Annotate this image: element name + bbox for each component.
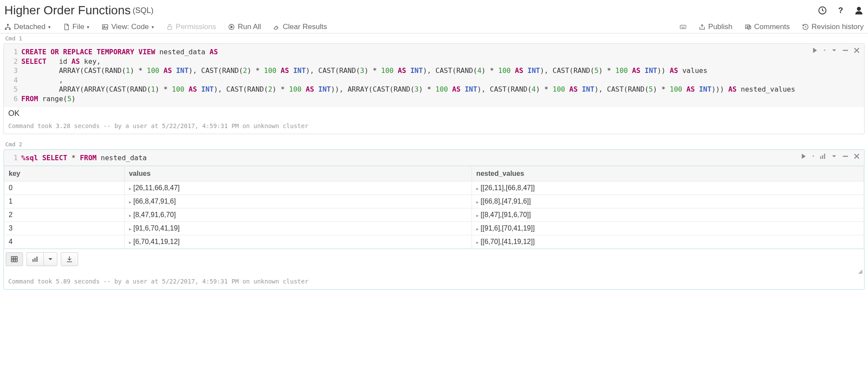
cell-action-bar [811,46,861,54]
table-view-button[interactable] [6,252,23,266]
result-table-container: keyvaluesnested_values 0[26,11,66,8,47][… [3,165,865,249]
clear-results-label: Clear Results [283,23,327,31]
caret-down-icon: ▾ [48,24,51,30]
code-editor[interactable]: 1 %sql SELECT * FROM nested_data [4,150,864,166]
chart-view-button[interactable] [26,252,43,266]
help-icon[interactable]: ? [836,6,845,15]
table-row: 0[26,11,66,8,47][[26,11],[66,8,47]] [4,181,864,195]
cluster-status-label: Detached [14,23,46,31]
file-icon [63,23,70,30]
table-cell[interactable]: [[66,8],[47,91,6]] [472,195,864,208]
permissions-label: Permissions [176,23,216,31]
table-cell: 1 [4,195,125,208]
svg-rect-16 [35,258,36,262]
notebook-cell[interactable]: 123456 CREATE OR REPLACE TEMPORARY VIEW … [3,43,865,134]
code-content[interactable]: %sql SELECT * FROM nested_data [21,153,864,163]
table-row: 4[6,70,41,19,12][[6,70],[41,19,12]] [4,235,864,249]
svg-rect-14 [11,257,17,262]
code-editor[interactable]: 123456 CREATE OR REPLACE TEMPORARY VIEW … [4,44,864,107]
comments-label: Comments [754,23,790,31]
line-gutter: 123456 [4,47,21,104]
revision-history-label: Revision history [812,23,864,31]
table-cell[interactable]: [6,70,41,19,12] [124,235,472,249]
chart-type-dropdown[interactable] [43,252,57,266]
revision-history-button[interactable]: Revision history [802,23,864,31]
svg-point-2 [857,7,861,11]
notebook-header: Higher Order Functions (SQL) ? [0,0,868,21]
column-header[interactable]: values [124,166,472,181]
run-all-button[interactable]: Run All [228,23,261,31]
run-all-label: Run All [238,23,261,31]
svg-rect-11 [820,156,821,159]
view-menu-label: View: Code [111,23,149,31]
notebook-toolbar: Detached ▾ File ▾ View: Code ▾ Permissio… [0,21,868,33]
user-icon[interactable] [854,6,864,15]
view-menu-dropdown[interactable]: View: Code ▾ [102,23,154,31]
run-cell-dropdown[interactable] [811,152,815,160]
table-cell[interactable]: [[26,11],[66,8,47]] [472,181,864,195]
close-cell-button[interactable] [853,46,861,54]
svg-rect-15 [33,259,33,262]
table-cell[interactable]: [91,6,70,41,19] [124,222,472,235]
comments-button[interactable]: Comments [745,23,790,31]
minimize-cell-button[interactable] [842,152,849,160]
cluster-status-dropdown[interactable]: Detached ▾ [4,23,51,31]
publish-label: Publish [708,23,733,31]
column-header[interactable]: nested_values [472,166,864,181]
cell-status: Command took 3.28 seconds -- by a user a… [4,120,864,134]
file-menu-dropdown[interactable]: File ▾ [63,23,89,31]
svg-rect-12 [822,155,823,159]
table-cell[interactable]: [[6,70],[41,19,12]] [472,235,864,249]
svg-rect-5 [9,28,11,30]
svg-point-7 [104,26,105,27]
table-cell[interactable]: [[91,6],[70,41,19]] [472,222,864,235]
run-cell-button[interactable] [800,152,808,160]
comment-icon [745,23,752,30]
command-index: Cmd 1 [0,33,868,43]
table-cell[interactable]: [[8,47],[91,6,70]] [472,208,864,222]
clear-results-button[interactable]: Clear Results [273,23,327,31]
table-cell: 0 [4,181,125,195]
svg-rect-13 [824,154,825,159]
svg-rect-3 [7,24,9,25]
notebook-language-subtitle: (SQL) [132,6,153,15]
history-icon [802,23,809,30]
expand-collapse-button[interactable] [830,152,838,160]
share-icon [699,23,706,30]
minimize-cell-button[interactable] [842,46,849,54]
table-cell[interactable]: [66,8,47,91,6] [124,195,472,208]
column-header[interactable]: key [4,166,125,181]
close-cell-button[interactable] [853,152,861,160]
keyboard-shortcuts-button[interactable] [680,23,686,30]
table-cell[interactable]: [26,11,66,8,47] [124,181,472,195]
file-menu-label: File [73,23,84,31]
table-row: 3[91,6,70,41,19][[91,6],[70,41,19]] [4,222,864,235]
table-cell: 3 [4,222,125,235]
caret-down-icon: ▾ [87,24,89,30]
code-content[interactable]: CREATE OR REPLACE TEMPORARY VIEW nested_… [21,47,864,104]
cell-action-bar [800,152,861,160]
caret-down-icon: ▾ [152,24,154,30]
run-cell-button[interactable] [811,46,819,54]
publish-button[interactable]: Publish [699,23,733,31]
notebook-title[interactable]: Higher Order Functions [4,3,131,17]
chart-options-button[interactable] [819,152,827,160]
image-icon [102,23,109,30]
resize-handle-icon[interactable]: ◢ [4,268,864,275]
table-row: 2[8,47,91,6,70][[8,47],[91,6,70]] [4,208,864,222]
line-gutter: 1 [4,153,21,163]
schedule-icon[interactable] [818,6,827,15]
command-index: Cmd 2 [0,139,868,149]
table-cell[interactable]: [8,47,91,6,70] [124,208,472,222]
table-row: 1[66,8,47,91,6][[66,8],[47,91,6]] [4,195,864,208]
notebook-cell[interactable]: 1 %sql SELECT * FROM nested_data keyvalu… [3,149,865,290]
result-table: keyvaluesnested_values 0[26,11,66,8,47][… [4,166,864,249]
svg-rect-17 [36,257,37,262]
cell-result-text: OK [4,107,864,120]
download-results-button[interactable] [61,252,78,266]
table-cell: 2 [4,208,125,222]
expand-collapse-button[interactable] [830,46,838,54]
run-cell-dropdown[interactable] [822,46,827,54]
svg-rect-4 [5,28,7,30]
play-circle-icon [228,23,235,30]
